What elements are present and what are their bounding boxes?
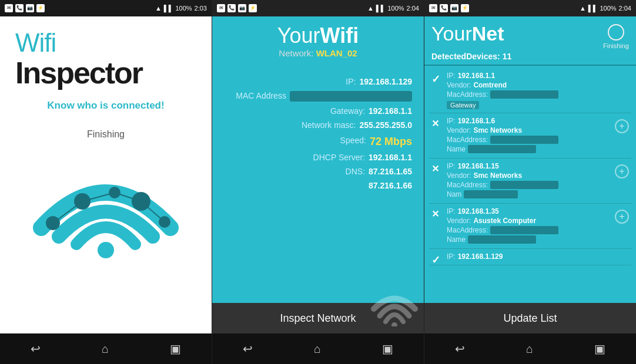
status-bar-2: ✉ 📞 📷 ⚡ ▲ ▌▌ 100% 2:04 xyxy=(212,0,424,16)
usb-icon-3: ⚡ xyxy=(461,4,469,12)
gateway-tag: Gateway xyxy=(447,101,479,109)
cam-icon: 📷 xyxy=(26,4,34,12)
speed-value: 72 Mbps xyxy=(370,136,412,148)
call-icon-3: 📞 xyxy=(440,4,448,12)
panel-wifi-inspector: ✉ 📞 📷 ⚡ ▲ ▌▌ 100% 2:03 Wifi Inspector Kn… xyxy=(0,0,212,364)
dns-row-1: DNS: 87.216.1.65 xyxy=(224,167,412,176)
cam-icon-3: 📷 xyxy=(450,4,458,12)
wifi-svg xyxy=(24,146,188,263)
wifi-signal-icon: ▲ xyxy=(155,5,162,12)
gateway-row: Gateway: 192.168.1.1 xyxy=(224,106,412,116)
dns-label: DNS: xyxy=(346,167,365,176)
finishing-text: Finishing xyxy=(87,129,125,140)
device-item-1: ✓ IP: 192.168.1.1 Vendor: Comtrend MacAd… xyxy=(429,68,631,113)
status-icons-left: ✉ 📞 📷 ⚡ xyxy=(5,4,45,12)
nav-bar-2: ↩ ⌂ ▣ xyxy=(212,333,424,364)
netmask-value: 255.255.255.0 xyxy=(359,120,412,130)
back-btn-2[interactable]: ↩ xyxy=(233,337,262,360)
app-title-wifi: Wifi xyxy=(15,28,56,58)
wifi-signal-icon-3: ▲ xyxy=(580,5,586,12)
recent-btn-1[interactable]: ▣ xyxy=(160,337,190,360)
back-btn-1[interactable]: ↩ xyxy=(21,337,50,360)
network-name: WLAN_02 xyxy=(316,48,357,58)
home-btn-3[interactable]: ⌂ xyxy=(517,338,543,360)
back-btn-3[interactable]: ↩ xyxy=(446,337,474,360)
cell-signal-icon: ▌▌ xyxy=(164,5,173,12)
blue-divider xyxy=(424,65,636,66)
wifi-label: Wifi xyxy=(320,23,359,48)
device-check-5: ✓ xyxy=(431,254,443,265)
nav-bar-3: ↩ ⌂ ▣ xyxy=(424,333,636,364)
dns-value-2: 87.216.1.66 xyxy=(369,181,412,190)
time-3: 2:04 xyxy=(619,5,631,12)
dns-row-2: 87.216.1.66 xyxy=(224,181,412,190)
status-icons-left-3: ✉ 📞 📷 ⚡ xyxy=(429,4,469,12)
status-icons-left-2: ✉ 📞 📷 ⚡ xyxy=(217,4,257,12)
wifi-graphic xyxy=(24,146,188,263)
device-info-5: IP: 192.168.1.129 xyxy=(447,252,629,262)
status-right-2: ▲ ▌▌ 100% 2:04 xyxy=(367,5,419,12)
device-item-5: ✓ IP: 192.168.1.129 xyxy=(429,249,631,265)
wifi-signal-icon-2: ▲ xyxy=(367,5,374,12)
battery-pct-3: 100% xyxy=(600,5,616,12)
device-check-3: ✕ xyxy=(431,163,443,174)
status-bar-1: ✉ 📞 📷 ⚡ ▲ ▌▌ 100% 2:03 xyxy=(0,0,212,16)
usb-icon-2: ⚡ xyxy=(249,4,257,12)
status-bar-3: ✉ 📞 📷 ⚡ ▲ ▌▌ 100% 2:04 xyxy=(424,0,636,16)
network-info: IP: 192.168.1.129 MAC Address XXXXXXXXXX… xyxy=(212,68,424,303)
add-btn-3[interactable]: + xyxy=(615,164,629,178)
panel-yournet: ✉ 📞 📷 ⚡ ▲ ▌▌ 100% 2:04 YourNet Finishing… xyxy=(424,0,636,364)
recent-btn-2[interactable]: ▣ xyxy=(373,337,403,360)
recent-btn-3[interactable]: ▣ xyxy=(585,337,615,360)
gateway-value: 192.168.1.1 xyxy=(369,106,412,116)
device-item-2: ✕ IP: 192.168.1.6 Vendor: Smc Networks M… xyxy=(429,113,631,159)
home-btn-1[interactable]: ⌂ xyxy=(92,338,118,360)
netmask-label: Network masc: xyxy=(302,120,356,130)
cell-signal-icon-2: ▌▌ xyxy=(376,5,386,12)
cam-icon-2: 📷 xyxy=(238,4,246,12)
msg-icon: ✉ xyxy=(5,4,13,12)
speed-label: Speed: xyxy=(340,136,366,148)
device-check-4: ✕ xyxy=(431,208,443,220)
ip-value: 192.168.1.129 xyxy=(359,77,412,86)
update-list-button[interactable]: Update List xyxy=(424,303,636,333)
home-btn-2[interactable]: ⌂ xyxy=(304,338,330,360)
device-check-1: ✓ xyxy=(431,73,443,86)
ip-label: IP: xyxy=(346,77,356,86)
finishing-badge-label: Finishing xyxy=(603,42,629,49)
device-list: ✓ IP: 192.168.1.1 Vendor: Comtrend MacAd… xyxy=(424,68,636,303)
yournet-title: YourNet xyxy=(431,22,504,45)
time-1: 2:03 xyxy=(195,5,207,12)
usb-icon: ⚡ xyxy=(36,4,45,12)
add-btn-4[interactable]: + xyxy=(615,210,629,224)
nav-bar-1: ↩ ⌂ ▣ xyxy=(0,333,212,364)
panel-yourwifi: ✉ 📞 📷 ⚡ ▲ ▌▌ 100% 2:04 YourWifi Network:… xyxy=(212,0,424,364)
finishing-circle xyxy=(608,24,624,41)
status-right-3: ▲ ▌▌ 100% 2:04 xyxy=(580,5,631,12)
device-check-2: ✕ xyxy=(431,118,443,129)
dns-value-1: 87.216.1.65 xyxy=(369,167,412,176)
cell-signal-icon-3: ▌▌ xyxy=(588,5,598,12)
mac-value: XXXXXXXXXXXXXXXXXX xyxy=(290,91,412,102)
app-title-inspector: Inspector xyxy=(15,58,142,88)
device-info-4: IP: 192.168.1.35 Vendor: Asustek Compute… xyxy=(447,207,611,245)
ip-row: IP: 192.168.1.129 xyxy=(224,77,412,86)
dhcp-label: DHCP Server: xyxy=(313,153,365,162)
call-icon: 📞 xyxy=(15,4,24,12)
device-info-2: IP: 192.168.1.6 Vendor: Smc Networks Mac… xyxy=(447,117,611,154)
battery-pct-2: 100% xyxy=(387,5,404,12)
device-item-3: ✕ IP: 192.168.1.15 Vendor: Smc Networks … xyxy=(429,159,631,204)
svg-point-0 xyxy=(98,242,114,258)
speed-row: Speed: 72 Mbps xyxy=(224,136,412,148)
splash-content: Wifi Inspector Know who is connected! Fi… xyxy=(0,16,212,333)
time-2: 2:04 xyxy=(407,5,419,12)
detected-devices-count: DetectedDevices: 11 xyxy=(424,52,636,65)
add-btn-2[interactable]: + xyxy=(615,119,629,133)
battery-pct-1: 100% xyxy=(175,5,192,12)
inspect-network-button[interactable]: Inspect Network xyxy=(212,303,424,333)
dhcp-value: 192.168.1.1 xyxy=(369,153,412,162)
yournet-header: YourNet Finishing xyxy=(424,16,636,52)
device-info-3: IP: 192.168.1.15 Vendor: Smc Networks Ma… xyxy=(447,162,611,200)
mac-row: MAC Address XXXXXXXXXXXXXXXXXX xyxy=(224,91,412,102)
msg-icon-2: ✉ xyxy=(217,4,225,12)
